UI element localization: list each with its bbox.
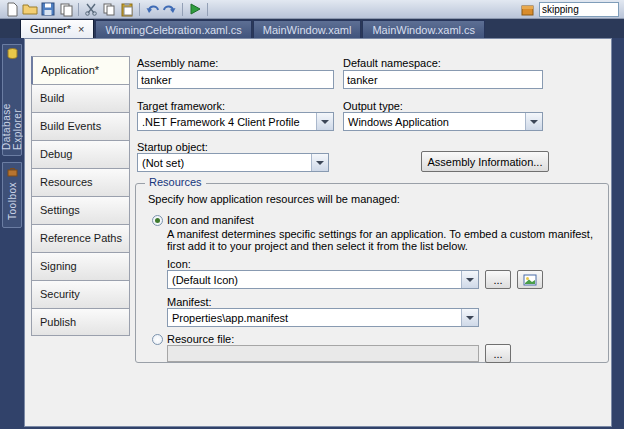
assembly-name-input[interactable] [137,70,334,89]
undo-icon[interactable] [143,1,161,18]
nav-item-security[interactable]: Security [31,280,130,308]
copy-icon[interactable] [100,1,118,18]
tab-gunner[interactable]: Gunner* × [20,19,94,38]
manifest-select[interactable]: Properties\app.manifest [167,308,479,327]
resources-groupbox: Resources Specify how application resour… [135,183,609,363]
properties-nav: Application* Build Build Events Debug Re… [31,56,130,336]
manifest-label: Manifest: [167,296,212,308]
tab-mainwindow-xaml-cs[interactable]: MainWindow.xaml.cs [362,20,485,38]
sidebar-tab-toolbox[interactable]: Toolbox [2,162,22,228]
toolbar-separator [139,3,140,16]
nav-item-build[interactable]: Build [31,84,130,112]
tab-label: MainWindow.xaml.cs [372,24,475,36]
tab-mainwindow-xaml[interactable]: MainWindow.xaml [253,20,362,38]
toolbar-separator [182,3,183,16]
nav-item-signing[interactable]: Signing [31,252,130,280]
database-icon [7,48,18,61]
nav-item-resources[interactable]: Resources [31,168,130,196]
project-properties-panel: Application* Build Build Events Debug Re… [24,38,612,427]
resource-file-radio[interactable] [152,334,163,345]
close-icon[interactable]: × [78,24,84,34]
save-icon[interactable] [39,1,57,18]
output-type-value: Windows Application [344,116,525,128]
assembly-name-label: Assembly name: [137,57,218,69]
nav-item-build-events[interactable]: Build Events [31,112,130,140]
document-tab-bar: Gunner* × WinningCelebration.xaml.cs Mai… [0,19,624,38]
nav-item-publish[interactable]: Publish [31,308,130,336]
nav-item-application[interactable]: Application* [31,56,130,84]
icon-and-manifest-radio-label: Icon and manifest [167,214,254,226]
visual-studio-window: Gunner* × WinningCelebration.xaml.cs Mai… [0,0,624,429]
start-debug-icon[interactable] [186,1,204,18]
nav-item-reference-paths[interactable]: Reference Paths [31,224,130,252]
resource-file-input[interactable] [167,345,479,362]
target-framework-select[interactable]: .NET Framework 4 Client Profile [137,112,334,131]
chevron-down-icon[interactable] [525,113,542,130]
resources-description: Specify how application resources will b… [148,193,400,205]
tab-label: MainWindow.xaml [263,24,352,36]
main-toolbar [0,0,624,19]
nav-item-settings[interactable]: Settings [31,196,130,224]
new-file-icon[interactable] [3,1,21,18]
default-namespace-input[interactable] [343,70,543,89]
resources-group-title: Resources [145,176,206,188]
output-type-label: Output type: [343,100,403,112]
paste-icon[interactable] [118,1,136,18]
save-all-icon[interactable] [57,1,75,18]
output-type-select[interactable]: Windows Application [343,112,543,131]
nav-item-debug[interactable]: Debug [31,140,130,168]
search-input[interactable] [539,2,619,17]
startup-object-value: (Not set) [138,157,311,169]
package-icon[interactable] [518,1,536,18]
icon-label: Icon: [167,258,191,270]
toolbar-separator [78,3,79,16]
assembly-information-button[interactable]: Assembly Information... [421,151,549,172]
manifest-description: A manifest determines specific settings … [167,228,603,252]
chevron-down-icon[interactable] [461,271,478,288]
tab-label: Gunner* [30,23,71,35]
chevron-down-icon[interactable] [316,113,333,130]
cut-icon[interactable] [82,1,100,18]
resource-file-browse-button[interactable]: ... [485,344,511,363]
sidebar-tab-label: Database Explorer [1,64,23,150]
icon-preview-button[interactable] [517,270,543,289]
icon-and-manifest-radio[interactable] [152,215,163,226]
docked-tool-strip: Database Explorer Toolbox [0,38,24,429]
open-folder-icon[interactable] [21,1,39,18]
sidebar-tab-database-explorer[interactable]: Database Explorer [2,44,22,156]
startup-object-label: Startup object: [137,141,208,153]
icon-browse-button[interactable]: ... [485,270,511,289]
icon-value: (Default Icon) [168,274,461,286]
redo-icon[interactable] [161,1,179,18]
chevron-down-icon[interactable] [461,309,478,326]
toolbar-separator [207,3,208,16]
startup-object-select[interactable]: (Not set) [137,153,329,172]
target-framework-value: .NET Framework 4 Client Profile [138,116,316,128]
target-framework-label: Target framework: [137,100,225,112]
tab-label: WinningCelebration.xaml.cs [105,24,241,36]
chevron-down-icon[interactable] [311,154,328,171]
sidebar-tab-label: Toolbox [7,182,18,220]
icon-select[interactable]: (Default Icon) [167,270,479,289]
resource-file-radio-label: Resource file: [167,333,234,345]
tab-winningcelebration[interactable]: WinningCelebration.xaml.cs [95,20,251,38]
toolbox-icon [7,166,18,179]
default-namespace-label: Default namespace: [343,57,441,69]
manifest-value: Properties\app.manifest [168,312,461,324]
